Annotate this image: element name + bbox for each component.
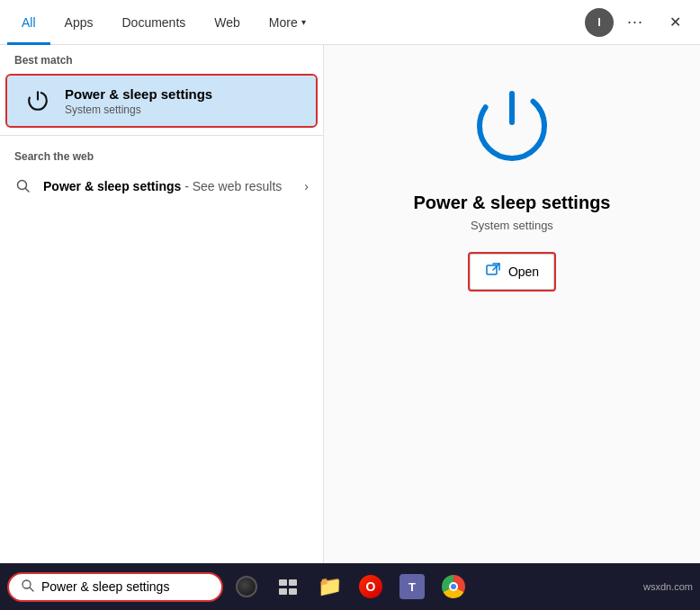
file-explorer-button[interactable]: 📁: [311, 569, 347, 605]
nav-controls: I ··· ✕: [585, 4, 693, 40]
search-panel: All Apps Documents Web More ▾ I ··· ✕ Be…: [0, 0, 700, 610]
tab-apps[interactable]: Apps: [50, 0, 108, 45]
best-match-sub: System settings: [65, 103, 212, 116]
taskbar-search-icon: [22, 579, 34, 595]
svg-line-9: [30, 588, 33, 591]
best-match-item[interactable]: Power & sleep settings System settings: [7, 76, 316, 126]
panel-divider: [0, 135, 323, 136]
cortana-icon: [236, 576, 257, 597]
web-search-item[interactable]: Power & sleep settings - See web results…: [0, 168, 323, 204]
web-search-text: Power & sleep settings - See web results: [43, 179, 304, 193]
taskview-icon: [279, 579, 297, 595]
folder-icon: 📁: [318, 575, 342, 598]
close-button[interactable]: ✕: [657, 4, 693, 40]
left-panel: Best match Power & sleep settings System…: [0, 45, 324, 610]
power-icon-small: [22, 85, 54, 117]
detail-subtitle: System settings: [471, 219, 553, 232]
open-button-wrapper: Open: [470, 254, 554, 290]
chevron-down-icon: ▾: [301, 17, 306, 27]
tab-documents[interactable]: Documents: [107, 0, 200, 45]
taskbar: Power & sleep settings 📁 O T: [0, 563, 700, 610]
teams-button[interactable]: T: [394, 569, 430, 605]
open-icon: [485, 262, 501, 282]
open-button[interactable]: Open: [470, 254, 554, 290]
ellipsis-button[interactable]: ···: [617, 4, 653, 40]
detail-title: Power & sleep settings: [414, 193, 611, 213]
nav-tabs: All Apps Documents Web More ▾ I ··· ✕: [0, 0, 700, 45]
chrome-icon: [442, 575, 465, 598]
tab-all[interactable]: All: [7, 0, 50, 45]
power-icon-large: [467, 81, 557, 193]
main-content: Best match Power & sleep settings System…: [0, 45, 700, 610]
teams-icon: T: [399, 574, 425, 599]
best-match-text: Power & sleep settings System settings: [65, 86, 212, 116]
taskbar-search[interactable]: Power & sleep settings: [7, 572, 223, 602]
svg-line-3: [26, 189, 30, 193]
taskview-button[interactable]: [270, 569, 306, 605]
best-match-title: Power & sleep settings: [65, 86, 212, 102]
user-avatar[interactable]: I: [585, 8, 614, 37]
opera-icon: O: [359, 575, 382, 598]
opera-button[interactable]: O: [353, 569, 389, 605]
search-icon: [14, 177, 32, 195]
tab-web[interactable]: Web: [200, 0, 255, 45]
taskbar-search-input[interactable]: Power & sleep settings: [41, 579, 209, 594]
right-panel: Power & sleep settings System settings O…: [324, 45, 700, 610]
chevron-right-icon: ›: [304, 179, 309, 193]
cortana-button[interactable]: [229, 569, 265, 605]
best-match-label: Best match: [0, 45, 323, 72]
web-label: Search the web: [0, 141, 323, 168]
svg-rect-6: [487, 265, 497, 274]
chrome-button[interactable]: [435, 569, 471, 605]
wsxdn-watermark: wsxdn.com: [643, 581, 693, 592]
tab-more[interactable]: More ▾: [255, 0, 320, 45]
